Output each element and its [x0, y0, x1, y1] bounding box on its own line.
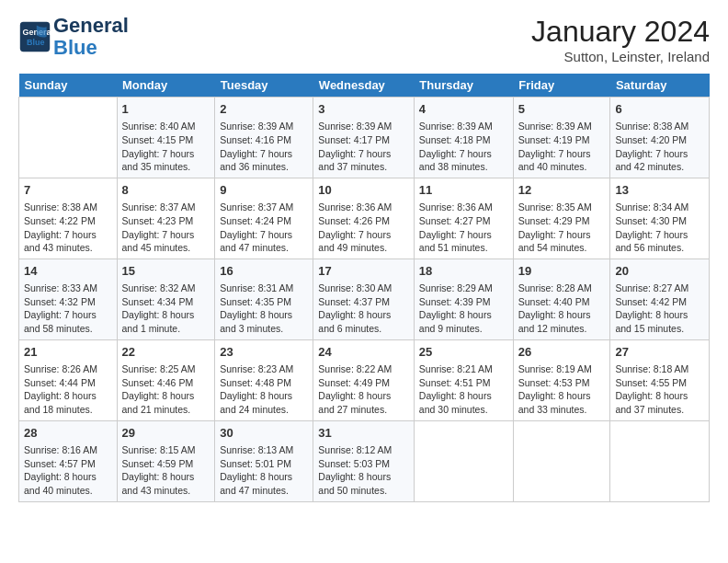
day-number: 11: [419, 182, 508, 199]
calendar-cell: 5Sunrise: 8:39 AMSunset: 4:19 PMDaylight…: [513, 98, 610, 178]
day-number: 7: [24, 182, 112, 199]
calendar-cell: 14Sunrise: 8:33 AMSunset: 4:32 PMDayligh…: [19, 259, 118, 339]
calendar-cell: 21Sunrise: 8:26 AMSunset: 4:44 PMDayligh…: [19, 339, 118, 420]
column-header-wednesday: Wednesday: [313, 74, 415, 98]
header: General Blue General Blue January 2024 S…: [18, 15, 710, 64]
calendar-cell: 7Sunrise: 8:38 AMSunset: 4:22 PMDaylight…: [19, 178, 118, 259]
calendar-cell: 24Sunrise: 8:22 AMSunset: 4:49 PMDayligh…: [313, 339, 415, 420]
day-info: Sunrise: 8:39 AMSunset: 4:17 PMDaylight:…: [318, 120, 409, 174]
calendar-cell: 30Sunrise: 8:13 AMSunset: 5:01 PMDayligh…: [215, 420, 313, 501]
day-info: Sunrise: 8:15 AMSunset: 4:59 PMDaylight:…: [122, 443, 210, 498]
day-info: Sunrise: 8:29 AMSunset: 4:39 PMDaylight:…: [419, 282, 508, 336]
column-header-monday: Monday: [117, 74, 215, 98]
calendar-cell: 17Sunrise: 8:30 AMSunset: 4:37 PMDayligh…: [313, 259, 415, 339]
day-info: Sunrise: 8:33 AMSunset: 4:32 PMDaylight:…: [24, 282, 112, 336]
day-info: Sunrise: 8:38 AMSunset: 4:20 PMDaylight:…: [615, 120, 704, 174]
day-number: 1: [122, 101, 210, 118]
calendar-cell: 3Sunrise: 8:39 AMSunset: 4:17 PMDaylight…: [313, 98, 415, 178]
calendar-cell: 27Sunrise: 8:18 AMSunset: 4:55 PMDayligh…: [610, 339, 710, 420]
day-number: 6: [615, 101, 704, 118]
location-subtitle: Sutton, Leinster, Ireland: [531, 49, 710, 64]
column-header-friday: Friday: [513, 74, 610, 98]
day-number: 26: [518, 344, 606, 361]
day-info: Sunrise: 8:34 AMSunset: 4:30 PMDaylight:…: [615, 201, 704, 255]
day-info: Sunrise: 8:38 AMSunset: 4:22 PMDaylight:…: [24, 201, 112, 255]
day-number: 13: [615, 182, 704, 199]
day-number: 23: [220, 344, 308, 361]
day-info: Sunrise: 8:26 AMSunset: 4:44 PMDaylight:…: [24, 362, 112, 417]
day-number: 31: [318, 425, 409, 442]
month-title: January 2024: [531, 15, 710, 49]
svg-text:Blue: Blue: [27, 38, 45, 47]
day-info: Sunrise: 8:37 AMSunset: 4:23 PMDaylight:…: [122, 201, 210, 255]
day-info: Sunrise: 8:30 AMSunset: 4:37 PMDaylight:…: [318, 282, 409, 336]
column-header-thursday: Thursday: [414, 74, 513, 98]
calendar-cell: 29Sunrise: 8:15 AMSunset: 4:59 PMDayligh…: [117, 420, 215, 501]
calendar-cell: 18Sunrise: 8:29 AMSunset: 4:39 PMDayligh…: [414, 259, 513, 339]
calendar-cell: [610, 420, 710, 501]
day-info: Sunrise: 8:13 AMSunset: 5:01 PMDaylight:…: [220, 443, 308, 498]
day-number: 9: [220, 182, 308, 199]
calendar-cell: 31Sunrise: 8:12 AMSunset: 5:03 PMDayligh…: [313, 420, 415, 501]
week-row-4: 21Sunrise: 8:26 AMSunset: 4:44 PMDayligh…: [19, 339, 710, 420]
column-header-sunday: Sunday: [19, 74, 118, 98]
day-info: Sunrise: 8:22 AMSunset: 4:49 PMDaylight:…: [318, 362, 409, 417]
day-number: 2: [220, 101, 308, 118]
calendar-cell: 19Sunrise: 8:28 AMSunset: 4:40 PMDayligh…: [513, 259, 610, 339]
calendar-cell: 8Sunrise: 8:37 AMSunset: 4:23 PMDaylight…: [117, 178, 215, 259]
day-info: Sunrise: 8:39 AMSunset: 4:16 PMDaylight:…: [220, 120, 308, 174]
day-info: Sunrise: 8:36 AMSunset: 4:26 PMDaylight:…: [318, 201, 409, 255]
calendar-cell: 9Sunrise: 8:37 AMSunset: 4:24 PMDaylight…: [215, 178, 313, 259]
day-number: 10: [318, 182, 409, 199]
calendar-cell: 20Sunrise: 8:27 AMSunset: 4:42 PMDayligh…: [610, 259, 710, 339]
day-info: Sunrise: 8:39 AMSunset: 4:18 PMDaylight:…: [419, 120, 508, 174]
day-number: 25: [419, 344, 508, 361]
day-number: 24: [318, 344, 409, 361]
day-number: 5: [518, 101, 606, 118]
calendar-cell: 4Sunrise: 8:39 AMSunset: 4:18 PMDaylight…: [414, 98, 513, 178]
day-info: Sunrise: 8:21 AMSunset: 4:51 PMDaylight:…: [419, 362, 508, 417]
calendar-cell: 11Sunrise: 8:36 AMSunset: 4:27 PMDayligh…: [414, 178, 513, 259]
calendar-cell: 15Sunrise: 8:32 AMSunset: 4:34 PMDayligh…: [117, 259, 215, 339]
day-number: 30: [220, 425, 308, 442]
column-header-saturday: Saturday: [610, 74, 710, 98]
day-number: 3: [318, 101, 409, 118]
day-number: 17: [318, 263, 409, 280]
calendar-cell: 6Sunrise: 8:38 AMSunset: 4:20 PMDaylight…: [610, 98, 710, 178]
day-number: 28: [24, 425, 112, 442]
day-number: 16: [220, 263, 308, 280]
calendar-header-row: SundayMondayTuesdayWednesdayThursdayFrid…: [19, 74, 710, 98]
day-number: 19: [518, 263, 606, 280]
day-number: 22: [122, 344, 210, 361]
day-number: 29: [122, 425, 210, 442]
week-row-2: 7Sunrise: 8:38 AMSunset: 4:22 PMDaylight…: [19, 178, 710, 259]
calendar-cell: [19, 98, 118, 178]
day-info: Sunrise: 8:16 AMSunset: 4:57 PMDaylight:…: [24, 443, 112, 498]
logo: General Blue General Blue: [18, 15, 129, 59]
calendar-cell: 16Sunrise: 8:31 AMSunset: 4:35 PMDayligh…: [215, 259, 313, 339]
day-number: 21: [24, 344, 112, 361]
day-info: Sunrise: 8:28 AMSunset: 4:40 PMDaylight:…: [518, 282, 606, 336]
day-number: 8: [122, 182, 210, 199]
day-info: Sunrise: 8:18 AMSunset: 4:55 PMDaylight:…: [615, 362, 704, 417]
day-info: Sunrise: 8:23 AMSunset: 4:48 PMDaylight:…: [220, 362, 308, 417]
day-info: Sunrise: 8:40 AMSunset: 4:15 PMDaylight:…: [122, 120, 210, 174]
day-info: Sunrise: 8:31 AMSunset: 4:35 PMDaylight:…: [220, 282, 308, 336]
day-number: 18: [419, 263, 508, 280]
day-number: 27: [615, 344, 704, 361]
calendar-cell: 25Sunrise: 8:21 AMSunset: 4:51 PMDayligh…: [414, 339, 513, 420]
day-info: Sunrise: 8:39 AMSunset: 4:19 PMDaylight:…: [518, 120, 606, 174]
column-header-tuesday: Tuesday: [215, 74, 313, 98]
day-info: Sunrise: 8:12 AMSunset: 5:03 PMDaylight:…: [318, 443, 409, 498]
page: General Blue General Blue January 2024 S…: [0, 0, 728, 563]
calendar-cell: 12Sunrise: 8:35 AMSunset: 4:29 PMDayligh…: [513, 178, 610, 259]
calendar-cell: [414, 420, 513, 501]
calendar-cell: 23Sunrise: 8:23 AMSunset: 4:48 PMDayligh…: [215, 339, 313, 420]
week-row-3: 14Sunrise: 8:33 AMSunset: 4:32 PMDayligh…: [19, 259, 710, 339]
day-info: Sunrise: 8:35 AMSunset: 4:29 PMDaylight:…: [518, 201, 606, 255]
calendar-cell: 2Sunrise: 8:39 AMSunset: 4:16 PMDaylight…: [215, 98, 313, 178]
day-number: 12: [518, 182, 606, 199]
day-info: Sunrise: 8:25 AMSunset: 4:46 PMDaylight:…: [122, 362, 210, 417]
day-number: 15: [122, 263, 210, 280]
week-row-5: 28Sunrise: 8:16 AMSunset: 4:57 PMDayligh…: [19, 420, 710, 501]
